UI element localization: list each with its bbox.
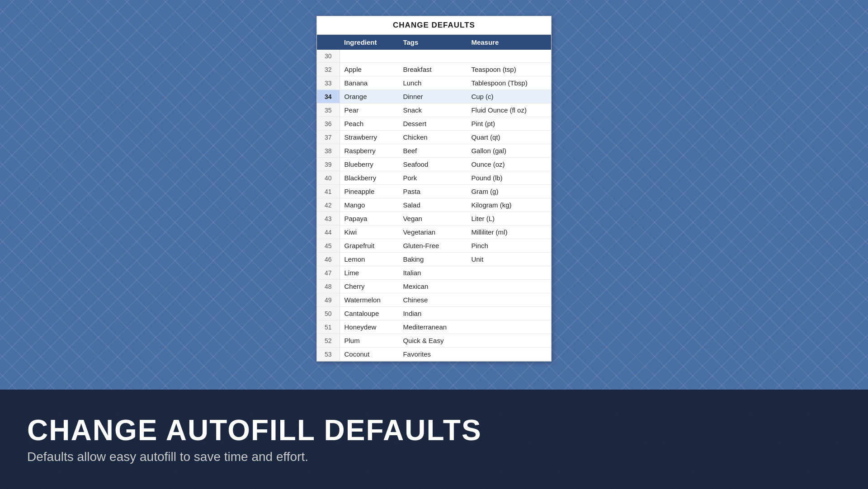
table-row[interactable]: 53CoconutFavorites <box>317 348 551 361</box>
row-ingredient: Pineapple <box>340 185 398 198</box>
table-title-row: CHANGE DEFAULTS <box>317 16 551 35</box>
row-tags: Snack <box>398 103 467 117</box>
row-ingredient: Honeydew <box>340 320 398 334</box>
row-ingredient: Cherry <box>340 280 398 293</box>
row-ingredient: Mango <box>340 198 398 212</box>
row-measure: Kilogram (kg) <box>467 198 551 212</box>
row-num: 44 <box>317 226 340 239</box>
row-ingredient: Grapefruit <box>340 239 398 253</box>
row-num: 50 <box>317 307 340 320</box>
table-row[interactable]: 51HoneydewMediterranean <box>317 320 551 334</box>
row-tags: Indian <box>398 307 467 320</box>
row-num: 36 <box>317 117 340 131</box>
table-row[interactable]: 37StrawberryChickenQuart (qt) <box>317 131 551 144</box>
row-ingredient: Lime <box>340 266 398 280</box>
table-row[interactable]: 50CantaloupeIndian <box>317 307 551 320</box>
row-measure <box>467 348 551 361</box>
row-measure: Unit <box>467 253 551 266</box>
row-measure: Teaspoon (tsp) <box>467 63 551 76</box>
row-measure: Pound (lb) <box>467 171 551 185</box>
table-body: 3032AppleBreakfastTeaspoon (tsp)33Banana… <box>317 50 551 361</box>
table-row[interactable]: 30 <box>317 50 551 63</box>
row-tags: Mexican <box>398 280 467 293</box>
row-num: 38 <box>317 144 340 158</box>
row-tags: Italian <box>398 266 467 280</box>
row-tags: Beef <box>398 144 467 158</box>
row-ingredient: Coconut <box>340 348 398 361</box>
table-row[interactable]: 42MangoSaladKilogram (kg) <box>317 198 551 212</box>
row-measure <box>467 280 551 293</box>
row-ingredient: Lemon <box>340 253 398 266</box>
table-header-row: Ingredient Tags Measure <box>317 35 551 50</box>
row-num: 35 <box>317 103 340 117</box>
col-num <box>317 35 340 50</box>
bottom-overlay: CHANGE AUTOFILL DEFAULTS Defaults allow … <box>0 390 868 489</box>
table-row[interactable]: 46LemonBakingUnit <box>317 253 551 266</box>
row-num: 53 <box>317 348 340 361</box>
row-measure <box>467 293 551 307</box>
row-num: 51 <box>317 320 340 334</box>
row-ingredient: Kiwi <box>340 226 398 239</box>
row-tags: Pasta <box>398 185 467 198</box>
row-ingredient: Blackberry <box>340 171 398 185</box>
row-num: 40 <box>317 171 340 185</box>
row-num: 41 <box>317 185 340 198</box>
row-ingredient: Orange <box>340 90 398 103</box>
row-ingredient: Banana <box>340 76 398 90</box>
row-num: 42 <box>317 198 340 212</box>
table-row[interactable]: 44KiwiVegetarianMilliliter (ml) <box>317 226 551 239</box>
row-ingredient: Blueberry <box>340 158 398 171</box>
row-num: 32 <box>317 63 340 76</box>
row-ingredient: Watermelon <box>340 293 398 307</box>
table-row[interactable]: 49WatermelonChinese <box>317 293 551 307</box>
row-ingredient: Raspberry <box>340 144 398 158</box>
table-row[interactable]: 43PapayaVeganLiter (L) <box>317 212 551 226</box>
col-measure: Measure <box>467 35 551 50</box>
table-row[interactable]: 34OrangeDinnerCup (c) <box>317 90 551 103</box>
table-title: CHANGE DEFAULTS <box>393 21 475 29</box>
row-measure: Milliliter (ml) <box>467 226 551 239</box>
col-ingredient: Ingredient <box>340 35 398 50</box>
col-tags: Tags <box>398 35 467 50</box>
table-row[interactable]: 35PearSnackFluid Ounce (fl oz) <box>317 103 551 117</box>
table-row[interactable]: 33BananaLunchTablespoon (Tbsp) <box>317 76 551 90</box>
row-num: 46 <box>317 253 340 266</box>
table-row[interactable]: 52PlumQuick & Easy <box>317 334 551 348</box>
defaults-table: Ingredient Tags Measure 3032AppleBreakfa… <box>317 35 551 361</box>
row-tags: Gluten-Free <box>398 239 467 253</box>
row-tags: Breakfast <box>398 63 467 76</box>
row-num: 49 <box>317 293 340 307</box>
row-tags: Salad <box>398 198 467 212</box>
row-ingredient: Pear <box>340 103 398 117</box>
row-tags: Pork <box>398 171 467 185</box>
table-row[interactable]: 40BlackberryPorkPound (lb) <box>317 171 551 185</box>
row-ingredient: Plum <box>340 334 398 348</box>
table-row[interactable]: 48CherryMexican <box>317 280 551 293</box>
row-measure: Quart (qt) <box>467 131 551 144</box>
bottom-title: CHANGE AUTOFILL DEFAULTS <box>27 414 841 446</box>
table-row[interactable]: 41PineapplePastaGram (g) <box>317 185 551 198</box>
row-tags: Dessert <box>398 117 467 131</box>
table-row[interactable]: 47LimeItalian <box>317 266 551 280</box>
bottom-subtitle: Defaults allow easy autofill to save tim… <box>27 450 841 464</box>
row-measure: Tablespoon (Tbsp) <box>467 76 551 90</box>
row-measure: Ounce (oz) <box>467 158 551 171</box>
row-measure <box>467 334 551 348</box>
row-tags: Vegetarian <box>398 226 467 239</box>
row-measure: Cup (c) <box>467 90 551 103</box>
row-measure: Gram (g) <box>467 185 551 198</box>
row-tags: Baking <box>398 253 467 266</box>
row-tags: Favorites <box>398 348 467 361</box>
row-measure: Liter (L) <box>467 212 551 226</box>
table-row[interactable]: 38RaspberryBeefGallon (gal) <box>317 144 551 158</box>
table-row[interactable]: 45GrapefruitGluten-FreePinch <box>317 239 551 253</box>
row-tags: Mediterranean <box>398 320 467 334</box>
change-defaults-panel: CHANGE DEFAULTS Ingredient Tags Measure … <box>316 16 552 362</box>
row-num: 34 <box>317 90 340 103</box>
table-row[interactable]: 39BlueberrySeafoodOunce (oz) <box>317 158 551 171</box>
table-row[interactable]: 32AppleBreakfastTeaspoon (tsp) <box>317 63 551 76</box>
row-measure <box>467 266 551 280</box>
table-row[interactable]: 36PeachDessertPint (pt) <box>317 117 551 131</box>
row-measure <box>467 320 551 334</box>
row-tags: Dinner <box>398 90 467 103</box>
